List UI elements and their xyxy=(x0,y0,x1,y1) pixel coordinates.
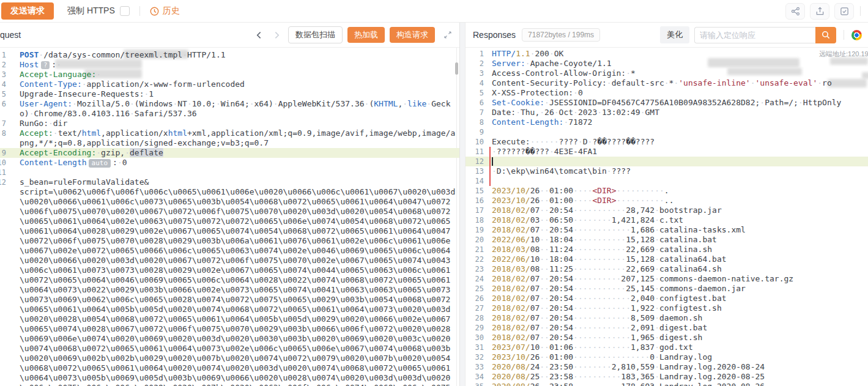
beautify-button[interactable]: 美化 xyxy=(660,26,689,43)
construct-request-button[interactable]: 构造请求 xyxy=(390,27,435,43)
code-line: 4Content-Type:·application/x-www-form-ur… xyxy=(0,80,459,89)
code-text: 2018/02/07··20:54············1,922·confi… xyxy=(492,303,868,313)
code-line: 202022/06/10··18:04···········15,128·cat… xyxy=(466,235,868,245)
code-text: 2018/03/08··11:24···········22,669·catal… xyxy=(492,245,868,254)
code-text: Accept-Encoding:·gzip,·deflate xyxy=(20,148,459,158)
code-text: 2022/06/10··18:04···········15,128·catal… xyxy=(492,235,868,245)
divider xyxy=(844,30,844,40)
code-text: Content-Security-Policy:·default-src·*·'… xyxy=(492,78,868,88)
line-number: 18 xyxy=(466,215,484,225)
line-number: 8 xyxy=(466,117,484,127)
code-text: X-XSS-Protection:·0 xyxy=(492,88,868,98)
code-text: 2018/02/07··20:54···········28,742·boots… xyxy=(492,206,868,215)
code-text: ·??????��???·4E3E-4FA1 xyxy=(492,147,868,157)
line-number: 7 xyxy=(466,108,484,117)
line-number: 3 xyxy=(0,70,6,80)
code-line: 8Accept:·text/html,application/xhtml+xml… xyxy=(0,128,459,148)
line-number: 3 xyxy=(466,69,484,78)
line-number: 33 xyxy=(466,362,484,372)
line-number: 17 xyxy=(466,206,484,215)
export-button[interactable] xyxy=(810,3,829,20)
share-icon xyxy=(791,7,800,16)
hot-reload-button[interactable]: 热加载 xyxy=(347,27,385,43)
code-text: HTTP/1.1·200·OK xyxy=(492,49,868,59)
force-https-checkbox[interactable] xyxy=(120,6,130,16)
code-text: Set-Cookie:·JSESSIONID=DF04567C47756A10B… xyxy=(492,98,868,108)
modified-line-indicator xyxy=(489,166,491,176)
line-number: 9 xyxy=(466,127,484,137)
line-number: 10 xyxy=(0,158,6,168)
code-line: 3Accept-Language:· xyxy=(0,70,459,80)
check-square-icon xyxy=(840,7,849,16)
code-line: 172018/02/07··20:54···········28,742·boo… xyxy=(466,206,868,215)
response-panel-header: Responses 71872bytes / 199ms 美化 xyxy=(466,23,868,48)
line-number: 9 xyxy=(0,148,6,158)
code-text: Accept:·text/html,application/xhtml+xml,… xyxy=(20,128,459,148)
code-text: Execute:······????·D·?��????��???? xyxy=(492,137,868,147)
modified-line-indicator xyxy=(489,147,491,157)
code-text xyxy=(492,176,868,186)
packet-scan-button[interactable]: 数据包扫描 xyxy=(288,26,343,43)
nav-back-button[interactable] xyxy=(253,30,265,40)
code-line: 6Set-Cookie:·JSESSIONID=DF04567C47756A10… xyxy=(466,98,868,108)
line-number: 22 xyxy=(466,254,484,264)
code-text: Accept-Language:· xyxy=(20,70,459,80)
line-number: 1 xyxy=(0,50,6,60)
response-panel: Responses 71872bytes / 199ms 美化 远端地址:120… xyxy=(465,23,868,386)
code-text: User-Agent:·Mozilla/5.0·(Windows·NT·10.0… xyxy=(20,99,459,119)
line-number: 21 xyxy=(466,245,484,254)
code-line: 10Execute:······????·D·?��????��???? xyxy=(466,137,868,147)
modified-line-indicator xyxy=(489,176,491,186)
line-number: 28 xyxy=(466,313,484,323)
line-number: 23 xyxy=(466,264,484,274)
request-panel-title: quest xyxy=(0,30,21,40)
text-cursor xyxy=(492,157,493,166)
code-line: 14 xyxy=(466,176,868,186)
line-number: 14 xyxy=(466,176,484,186)
search-button[interactable] xyxy=(815,27,836,43)
code-line: 182018/02/03··06:50········1,421,824·c.t… xyxy=(466,215,868,225)
fullscreen-button[interactable] xyxy=(442,29,453,40)
line-number: 8 xyxy=(0,128,6,148)
share-button[interactable] xyxy=(785,3,805,20)
code-text: Date:·Thu,·26·Oct·2023·13:02:49·GMT xyxy=(492,108,868,117)
code-line: 3Access-Control-Allow-Origin:·* xyxy=(466,69,868,78)
line-number: 12 xyxy=(466,157,484,166)
code-line: 152023/10/26··01:00····<DIR>··········. xyxy=(466,186,868,196)
modified-line-indicator xyxy=(489,157,491,166)
code-line: 232018/03/08··11:25···········22,669·cat… xyxy=(466,264,868,274)
code-line: 4Content-Security-Policy:·default-src·*·… xyxy=(466,78,868,88)
code-text: 2018/02/07··20:54··········207,125·commo… xyxy=(492,274,868,284)
code-line: 9 xyxy=(466,127,868,137)
code-text: s_bean=ruleFormulaValidate&script=\u0062… xyxy=(20,177,459,386)
chevron-right-icon xyxy=(273,31,281,39)
code-line: 312023/07/10··01:06············1,837·god… xyxy=(466,343,868,352)
chevron-left-icon xyxy=(255,31,263,39)
response-meta-badge: 71872bytes / 199ms xyxy=(522,28,600,42)
code-line: 302018/02/07··20:54············1,965·dig… xyxy=(466,333,868,343)
code-line: 8Content-Length:·71872 xyxy=(466,117,868,127)
code-line: 7RunGo:·dir xyxy=(0,119,459,128)
code-line: 292018/02/07··20:54············2,091·dig… xyxy=(466,323,868,333)
response-search-input[interactable] xyxy=(694,27,815,43)
response-panel-title: Responses xyxy=(473,30,516,40)
code-line: 7Date:·Thu,·26·Oct·2023·13:02:49·GMT xyxy=(466,108,868,117)
line-number: 27 xyxy=(466,303,484,313)
code-text: 2023/10/26··01:00····<DIR>··········. xyxy=(492,186,868,196)
line-number: 35 xyxy=(466,382,484,386)
send-request-button[interactable]: 发送请求 xyxy=(1,2,54,20)
code-line: 192018/02/07··20:54············1,686·cat… xyxy=(466,225,868,235)
code-text: Content-Lengthauto:·0 xyxy=(20,158,459,168)
select-mode-button[interactable] xyxy=(834,3,854,20)
nav-forward-button[interactable] xyxy=(270,30,283,40)
fullscreen-icon xyxy=(443,31,452,39)
history-button[interactable]: 历史 xyxy=(150,6,180,17)
code-line: 13·D:\ekp\win64\tomcat\bin·???? xyxy=(466,166,868,176)
chrome-icon[interactable] xyxy=(851,30,862,40)
code-text: ·D:\ekp\win64\tomcat\bin·???? xyxy=(492,166,868,176)
code-text: 2018/02/07··20:54············2,091·diges… xyxy=(492,323,868,333)
code-line: 282018/02/07··20:54············8,509·dae… xyxy=(466,313,868,323)
code-line: 352020/08/26··23:58··········178,693·Lan… xyxy=(466,382,868,386)
request-editor[interactable]: 1POST·/data/sys-common/treexml.tmpl·HTTP… xyxy=(0,48,459,386)
response-editor[interactable]: 远端地址:120.19 1HTTP/1.1·200·OK2Server:·Apa… xyxy=(466,48,868,386)
